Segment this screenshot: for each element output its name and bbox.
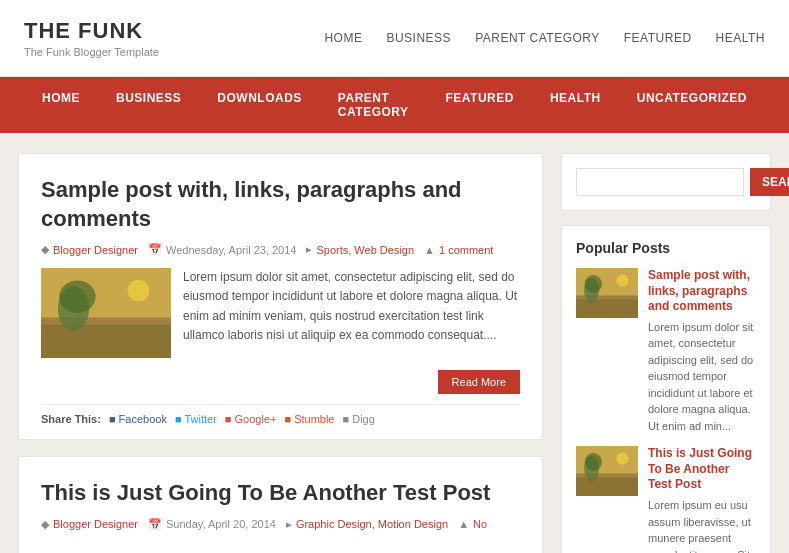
top-nav: HOMEBUSINESSPARENT CATEGORYFEATUREDHEALT… (324, 31, 765, 45)
svg-point-3 (128, 280, 150, 302)
main-nav-item-parent-category[interactable]: PARENT CATEGORY (320, 77, 428, 133)
post-card-1: This is Just Going To Be Another Test Po… (18, 456, 543, 553)
comment-icon: ▲ (424, 244, 435, 256)
main-nav-item-uncategorized[interactable]: UNCATEGORIZED (619, 77, 765, 133)
top-nav-item-health[interactable]: HEALTH (716, 31, 765, 45)
post-comments: 1 comment (439, 244, 493, 256)
svg-rect-1 (41, 322, 171, 358)
svg-rect-7 (576, 298, 638, 318)
svg-point-15 (617, 453, 629, 465)
svg-point-11 (585, 275, 602, 293)
post-author: Blogger Designer (53, 244, 138, 256)
popular-posts-title: Popular Posts (576, 240, 756, 256)
post-comments: No (473, 518, 487, 530)
main-nav-item-home[interactable]: HOME (24, 77, 98, 133)
post-title: Sample post with, links, paragraphs and … (41, 176, 520, 233)
search-input[interactable] (576, 168, 744, 196)
site-title-block: THE FUNK The Funk Blogger Template (24, 18, 159, 58)
share-btn-tw[interactable]: ■ Twitter (175, 413, 217, 425)
site-subtitle: The Funk Blogger Template (24, 46, 159, 58)
calendar-icon: 📅 (148, 243, 162, 256)
popular-thumb-0 (576, 268, 638, 318)
post-author: Blogger Designer (53, 518, 138, 530)
read-more-row: Read More (41, 370, 520, 394)
share-label: Share This: (41, 413, 101, 425)
svg-point-9 (617, 275, 629, 287)
post-card-0: Sample post with, links, paragraphs and … (18, 153, 543, 440)
main-nav-item-business[interactable]: BUSINESS (98, 77, 199, 133)
popular-post-excerpt-0: Lorem ipsum dolor sit amet, consectetur … (648, 319, 756, 435)
author-icon: ◆ (41, 518, 49, 531)
meta-author-item: ◆ Blogger Designer (41, 243, 138, 256)
share-btn-di[interactable]: ■ Digg (343, 413, 375, 425)
top-nav-item-home[interactable]: HOME (324, 31, 362, 45)
popular-posts-list: Sample post with, links, paragraphs and … (576, 268, 756, 553)
tag-icon: ▸ (286, 518, 292, 531)
top-nav-item-featured[interactable]: FEATURED (624, 31, 692, 45)
popular-post-info-1: This is Just Going To Be Another Test Po… (648, 446, 756, 553)
main-nav-item-downloads[interactable]: DOWNLOADS (199, 77, 320, 133)
comment-icon: ▲ (458, 518, 469, 530)
post-thumbnail (41, 268, 171, 358)
popular-thumb-1 (576, 446, 638, 496)
popular-post-excerpt-1: Lorem ipsum eu usu assum liberavisse, ut… (648, 497, 756, 553)
meta-date-item: 📅 Sunday, April 20, 2014 (148, 518, 276, 531)
calendar-icon: 📅 (148, 518, 162, 531)
meta-author-item: ◆ Blogger Designer (41, 518, 138, 531)
svg-rect-13 (576, 476, 638, 496)
post-date: Wednesday, April 23, 2014 (166, 244, 296, 256)
popular-post-0: Sample post with, links, paragraphs and … (576, 268, 756, 434)
popular-post-title-1[interactable]: This is Just Going To Be Another Test Po… (648, 446, 756, 493)
post-excerpt: Lorem ipsum dolor sit amet, consectetur … (183, 268, 520, 358)
site-title: THE FUNK (24, 18, 159, 44)
popular-posts-section: Popular Posts Sample post with, links, p… (561, 225, 771, 553)
sidebar-search-box: SEARCH (561, 153, 771, 211)
post-meta: ◆ Blogger Designer 📅 Wednesday, April 23… (41, 243, 520, 256)
read-more-button[interactable]: Read More (438, 370, 520, 394)
header: THE FUNK The Funk Blogger Template HOMEB… (0, 0, 789, 77)
main-nav-item-featured[interactable]: FEATURED (427, 77, 531, 133)
share-btn-st[interactable]: ■ Stumble (284, 413, 334, 425)
post-body: Lorem ipsum dolor sit amet, consectetur … (41, 268, 520, 358)
meta-comments-item: ▲ 1 comment (424, 244, 493, 256)
meta-tags-item: ▸ Graphic Design, Motion Design (286, 518, 448, 531)
main-nav: HOMEBUSINESSDOWNLOADSPARENT CATEGORYFEAT… (0, 77, 789, 133)
meta-tags-item: ▸ Sports, Web Design (306, 243, 414, 256)
popular-post-1: This is Just Going To Be Another Test Po… (576, 446, 756, 553)
post-title: This is Just Going To Be Another Test Po… (41, 479, 520, 508)
tag-icon: ▸ (306, 243, 312, 256)
svg-point-17 (585, 453, 602, 471)
popular-post-info-0: Sample post with, links, paragraphs and … (648, 268, 756, 434)
post-tags: Sports, Web Design (316, 244, 414, 256)
meta-date-item: 📅 Wednesday, April 23, 2014 (148, 243, 296, 256)
sidebar: SEARCH Popular Posts Sample post with, l… (561, 153, 771, 553)
post-tags: Graphic Design, Motion Design (296, 518, 448, 530)
share-row: Share This: ■ Facebook■ Twitter■ Google+… (41, 404, 520, 425)
author-icon: ◆ (41, 243, 49, 256)
svg-point-5 (59, 281, 95, 313)
main-nav-item-health[interactable]: HEALTH (532, 77, 619, 133)
main-content: Sample post with, links, paragraphs and … (18, 153, 543, 553)
share-btn-gp[interactable]: ■ Google+ (225, 413, 277, 425)
top-nav-item-business[interactable]: BUSINESS (386, 31, 451, 45)
popular-post-title-0[interactable]: Sample post with, links, paragraphs and … (648, 268, 756, 315)
content-area: Sample post with, links, paragraphs and … (0, 133, 789, 553)
meta-comments-item: ▲ No (458, 518, 487, 530)
share-btn-fb[interactable]: ■ Facebook (109, 413, 167, 425)
top-nav-item-parent-category[interactable]: PARENT CATEGORY (475, 31, 600, 45)
search-button[interactable]: SEARCH (750, 168, 789, 196)
post-meta: ◆ Blogger Designer 📅 Sunday, April 20, 2… (41, 518, 520, 531)
post-date: Sunday, April 20, 2014 (166, 518, 276, 530)
